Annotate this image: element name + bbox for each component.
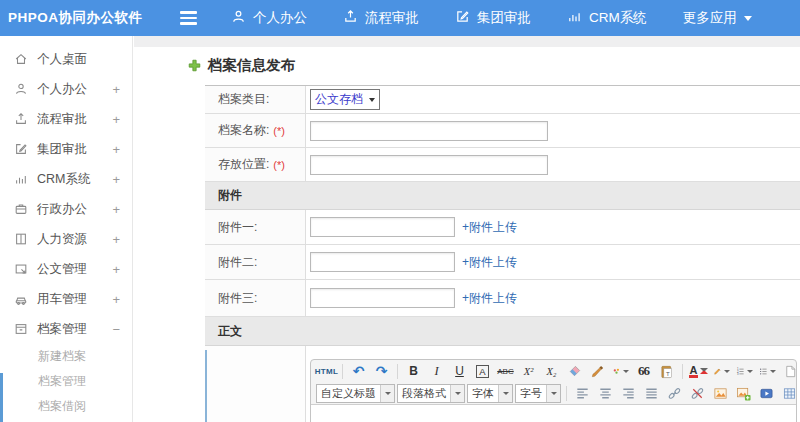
add-green-icon — [188, 59, 201, 72]
link-icon[interactable] — [664, 384, 685, 402]
sidebar-subitem-archive-management[interactable]: 档案管理 — [0, 369, 132, 394]
underline-button[interactable]: U — [449, 362, 470, 380]
form-row-attachment-1: 附件一: +附件上传 — [205, 210, 800, 245]
insert-table-icon[interactable] — [779, 384, 800, 402]
font-size-select[interactable]: 字号 — [515, 384, 561, 403]
caret-down-icon — [503, 392, 509, 395]
expand-plus-icon[interactable]: + — [112, 292, 120, 307]
sidebar-item-human-resources[interactable]: 人力资源 + — [0, 224, 132, 254]
expand-plus-icon[interactable]: + — [112, 172, 120, 187]
bold-button[interactable]: B — [403, 362, 424, 380]
multi-image-icon[interactable] — [733, 384, 754, 402]
align-left-icon[interactable] — [572, 384, 593, 402]
attachment-1-input[interactable] — [310, 217, 455, 237]
expand-plus-icon[interactable]: + — [112, 112, 120, 127]
required-mark: (*) — [273, 159, 285, 171]
unlink-icon[interactable] — [687, 384, 708, 402]
page-title: 档案信息发布 — [208, 56, 295, 75]
custom-title-select[interactable]: 自定义标题 — [316, 384, 395, 403]
expand-plus-icon[interactable]: + — [112, 262, 120, 277]
topnav-crm-system[interactable]: CRM系统 — [567, 9, 647, 27]
editor-toolbar-row-1: HTML ↶ ↷ B I U A ABC X² X₂ — [311, 360, 796, 382]
category-select[interactable]: 公文存档 — [310, 89, 380, 110]
form-row-attachment-3: 附件三: +附件上传 — [205, 280, 800, 317]
attachments-section-header: 附件 — [205, 182, 800, 210]
paste-as-text-icon[interactable]: T — [656, 362, 677, 380]
attachment-3-label: 附件三: — [205, 280, 306, 316]
topnav-workflow-approval[interactable]: 流程审批 — [343, 9, 419, 27]
location-input[interactable] — [310, 155, 548, 175]
paragraph-format-select[interactable]: 段落格式 — [397, 384, 465, 403]
superscript-button[interactable]: X² — [518, 362, 539, 380]
caret-down-icon — [455, 392, 461, 395]
new-page-icon[interactable] — [780, 362, 800, 380]
sidebar-item-crm-system[interactable]: CRM系统 + — [0, 164, 132, 194]
align-right-icon[interactable] — [618, 384, 639, 402]
archive-icon — [14, 322, 28, 336]
topnav-more-apps[interactable]: 更多应用 — [683, 9, 752, 27]
body-section-header: 正文 — [205, 317, 800, 346]
insert-image-icon[interactable] — [710, 384, 731, 402]
highlight-color-icon[interactable] — [711, 362, 732, 380]
user-icon — [14, 82, 28, 96]
font-family-select[interactable]: 字体 — [467, 384, 513, 403]
sidebar-item-archive-management[interactable]: 档案管理 − — [0, 314, 132, 344]
attachment-2-input[interactable] — [310, 252, 455, 272]
sidebar-item-document-management[interactable]: 公文管理 + — [0, 254, 132, 284]
sidebar-item-personal-office[interactable]: 个人办公 + — [0, 74, 132, 104]
emoticons-icon[interactable] — [610, 362, 631, 380]
char-border-button[interactable]: A — [472, 362, 493, 380]
eraser-icon[interactable] — [564, 362, 585, 380]
topnav-personal-office[interactable]: 个人办公 — [231, 9, 307, 27]
expand-plus-icon[interactable]: + — [112, 202, 120, 217]
richtext-editor: HTML ↶ ↷ B I U A ABC X² X₂ — [310, 359, 797, 422]
app-logo[interactable]: PHPOA协同办公软件 — [8, 9, 158, 27]
undo-icon[interactable]: ↶ — [348, 362, 369, 380]
align-center-icon[interactable] — [595, 384, 616, 402]
topnav-group-approval[interactable]: 集团审批 — [455, 9, 531, 27]
scrollbar-thumb[interactable] — [0, 373, 3, 422]
attachment-3-upload-link[interactable]: +附件上传 — [462, 290, 517, 307]
expand-plus-icon[interactable]: + — [112, 142, 120, 157]
redo-icon[interactable]: ↷ — [371, 362, 392, 380]
format-brush-icon[interactable] — [587, 362, 608, 380]
strikethrough-button[interactable]: ABC — [495, 362, 516, 380]
subscript-button[interactable]: X₂ — [541, 362, 562, 380]
name-input[interactable] — [310, 121, 548, 141]
expand-plus-icon[interactable]: + — [112, 232, 120, 247]
font-color-button[interactable]: A — [688, 362, 709, 380]
sidebar: 个人桌面 个人办公 + 流程审批 + 集团审批 + CRM系统 + 行政办公 + — [0, 36, 133, 422]
attachment-1-upload-link[interactable]: +附件上传 — [462, 219, 517, 236]
sidebar-item-workflow-approval[interactable]: 流程审批 + — [0, 104, 132, 134]
sidebar-subitem-new-archive[interactable]: 新建档案 — [0, 344, 132, 369]
attachment-2-upload-link[interactable]: +附件上传 — [462, 254, 517, 271]
sidebar-subitem-archive-borrow[interactable]: 档案借阅 — [0, 394, 132, 419]
ordered-list-icon[interactable]: 123 — [734, 362, 755, 380]
editor-content-area[interactable] — [311, 404, 796, 422]
sidebar-item-group-approval[interactable]: 集团审批 + — [0, 134, 132, 164]
align-justify-icon[interactable] — [641, 384, 662, 402]
archive-form: 档案类目: 公文存档 档案名称: (*) — [205, 85, 800, 422]
main-content: 档案信息发布 档案类目: 公文存档 档案名称: (*) — [134, 36, 800, 422]
sidebar-item-personal-desktop[interactable]: 个人桌面 — [0, 44, 132, 74]
sidebar-item-admin-office[interactable]: 行政办公 + — [0, 194, 132, 224]
editor-gutter — [205, 346, 306, 422]
form-row-attachment-2: 附件二: +附件上传 — [205, 245, 800, 280]
form-row-category: 档案类目: 公文存档 — [205, 86, 800, 114]
unordered-list-icon[interactable] — [757, 362, 778, 380]
expand-plus-icon[interactable]: + — [112, 82, 120, 97]
bar-chart-icon — [14, 172, 28, 186]
caret-down-icon — [623, 370, 629, 373]
html-source-button[interactable]: HTML — [316, 362, 337, 380]
attachment-3-input[interactable] — [310, 288, 455, 308]
menu-toggle-icon[interactable] — [180, 11, 197, 25]
sidebar-item-vehicle-management[interactable]: 用车管理 + — [0, 284, 132, 314]
bar-chart-icon — [567, 9, 582, 27]
blockquote-button[interactable]: 66 — [633, 362, 654, 380]
collapse-minus-icon[interactable]: − — [112, 322, 120, 337]
topbar: PHPOA协同办公软件 个人办公 流程审批 集团审批 CRM系统 更多应用 — [0, 0, 800, 36]
insert-media-icon[interactable] — [756, 384, 777, 402]
edit-square-icon — [14, 142, 28, 156]
italic-button[interactable]: I — [426, 362, 447, 380]
attachment-1-label: 附件一: — [205, 210, 306, 244]
